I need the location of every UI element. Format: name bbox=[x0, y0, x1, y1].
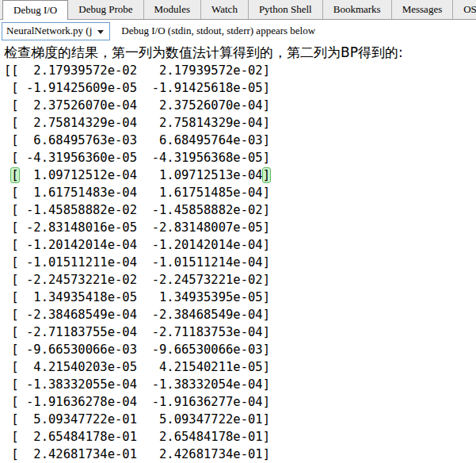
matrix-row: [ -2.38468549e-04 -2.38468549e-04] bbox=[4, 306, 476, 323]
matrix-row: [ 1.34935418e-05 1.34935395e-05] bbox=[4, 289, 476, 306]
matrix-row: [ -1.38332055e-04 -1.38332054e-04] bbox=[4, 376, 476, 393]
matrix-row: [ 6.68495763e-03 6.68495764e-03] bbox=[4, 132, 476, 149]
matrix-row: [ 2.75814329e-04 2.75814329e-04] bbox=[4, 114, 476, 132]
matrix-row: [ 1.09712512e-04 1.09712513e-04] bbox=[4, 166, 476, 184]
matched-bracket-highlight: [ bbox=[11, 168, 18, 182]
debug-output-panel[interactable]: 检查梯度的结果，第一列为数值法计算得到的，第二列为BP得到的: [[ 2.179… bbox=[0, 42, 476, 463]
matrix-row: [ 2.65484178e-01 2.65484178e-01] bbox=[4, 428, 476, 446]
matrix-row: [ -2.24573221e-02 -2.24573221e-02] bbox=[4, 271, 476, 289]
process-selector-value: NeuralNetwork.py (j bbox=[6, 25, 92, 37]
matrix-row: [ 2.37526070e-04 2.37526070e-04] bbox=[4, 97, 476, 114]
tab-watch[interactable]: Watch bbox=[200, 0, 248, 19]
matrix-row: [ -1.91425609e-05 -1.91425618e-05] bbox=[4, 79, 476, 97]
panel-tabbar: Debug I/O Debug Probe Modules Watch Pyth… bbox=[0, 0, 476, 20]
tab-modules[interactable]: Modules bbox=[143, 0, 201, 19]
matrix-row: [ -9.66530066e-03 -9.66530066e-03] bbox=[4, 341, 476, 358]
matrix-row: [ -1.20142014e-04 -1.20142014e-04] bbox=[4, 236, 476, 254]
matrix-row: [ 4.21540203e-05 4.21540211e-05] bbox=[4, 358, 476, 376]
tab-python-shell[interactable]: Python Shell bbox=[248, 0, 322, 19]
matrix-row: [ 2.42681734e-01 2.42681734e-01] bbox=[4, 446, 476, 463]
debug-io-toolbar: NeuralNetwork.py (j Debug I/O (stdin, st… bbox=[0, 20, 476, 42]
matrix-row: [ -2.83148016e-05 -2.83148007e-05] bbox=[4, 219, 476, 236]
matrix-row: [ -1.01511211e-04 -1.01511214e-04] bbox=[4, 254, 476, 271]
matrix-row: [ -4.31956360e-05 -4.31956368e-05] bbox=[4, 149, 476, 166]
debug-io-description: Debug I/O (stdin, stdout, stderr) appear… bbox=[121, 25, 315, 37]
tab-os-command[interactable]: OS Command bbox=[452, 0, 476, 19]
matrix-row: [ -2.71183755e-04 -2.71183753e-04] bbox=[4, 323, 476, 341]
matrix-output: [[ 2.17939572e-02 2.17939572e-02] [ -1.9… bbox=[4, 62, 476, 463]
tab-debug-probe[interactable]: Debug Probe bbox=[68, 0, 143, 19]
gradient-check-header: 检查梯度的结果，第一列为数值法计算得到的，第二列为BP得到的: bbox=[4, 43, 476, 62]
matrix-row: [ -1.91636278e-04 -1.91636277e-04] bbox=[4, 393, 476, 411]
matrix-row: [ -1.45858882e-02 -1.45858882e-02] bbox=[4, 201, 476, 219]
chevron-down-icon bbox=[97, 30, 104, 34]
tab-bookmarks[interactable]: Bookmarks bbox=[322, 0, 391, 19]
matrix-row: [ 5.09347722e-01 5.09347722e-01] bbox=[4, 411, 476, 428]
tab-debug-io[interactable]: Debug I/O bbox=[2, 0, 68, 20]
matrix-row: [ 1.61751483e-04 1.61751485e-04] bbox=[4, 184, 476, 201]
tab-messages[interactable]: Messages bbox=[391, 0, 453, 19]
matrix-row: [[ 2.17939572e-02 2.17939572e-02] bbox=[4, 62, 476, 79]
matched-bracket-highlight: ] bbox=[263, 168, 270, 182]
process-selector-dropdown[interactable]: NeuralNetwork.py (j bbox=[2, 22, 110, 40]
